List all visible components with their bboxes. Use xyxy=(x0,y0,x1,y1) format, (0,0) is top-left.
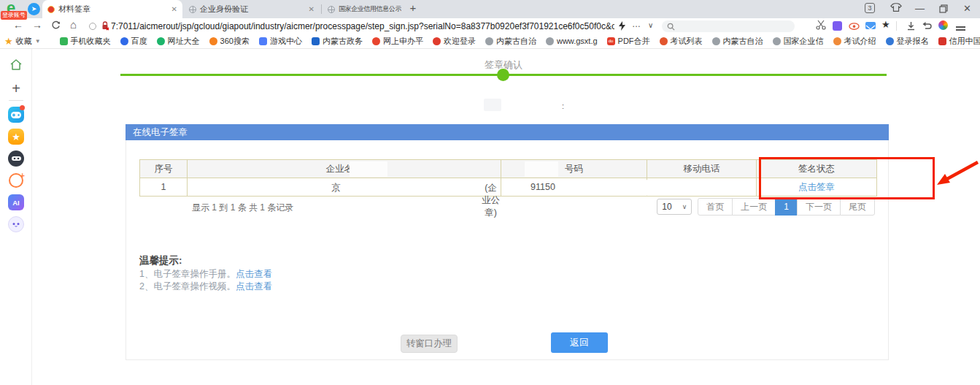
lightning-icon[interactable] xyxy=(619,21,625,33)
pager-last[interactable]: 尾页 xyxy=(840,198,875,216)
sidebar-divider xyxy=(9,100,23,101)
new-tab-button[interactable]: + xyxy=(406,1,420,14)
bookmark-item[interactable]: 360搜索 xyxy=(209,36,250,47)
back-button[interactable]: 返回 xyxy=(551,332,608,353)
tips-title: 温馨提示: xyxy=(139,254,182,267)
bookmark-item[interactable]: 百度 xyxy=(120,36,147,47)
bookmark-item[interactable]: 内蒙古政务 xyxy=(312,36,363,47)
insecure-lock-icon[interactable] xyxy=(101,21,109,33)
transfer-window-button[interactable]: 转窗口办理 xyxy=(401,335,458,353)
back-nav-icon[interactable]: ← xyxy=(13,19,23,31)
tab-separator xyxy=(321,4,322,14)
sidebar-assistant-icon[interactable] xyxy=(7,216,25,233)
favorites-star-icon[interactable]: ★ xyxy=(881,19,890,30)
close-window-button[interactable]: ✕ xyxy=(963,3,971,14)
download-icon[interactable] xyxy=(906,20,916,34)
bookmark-item[interactable]: 游戏中心 xyxy=(259,36,302,47)
favorites-menu[interactable]: ★ 收藏 ▼ xyxy=(4,36,41,47)
annotation-arrow xyxy=(931,153,980,190)
bookmark-item[interactable]: 内蒙古自治 xyxy=(712,36,763,47)
col-mobile: 移动电话 xyxy=(647,160,757,178)
sidebar-home-icon[interactable] xyxy=(7,56,25,73)
sidebar-game-icon[interactable] xyxy=(7,106,25,123)
eye-protect-icon[interactable] xyxy=(849,20,860,34)
view-video-link[interactable]: 点击查看 xyxy=(236,281,272,291)
search-input[interactable] xyxy=(662,20,795,32)
apps-rainbow-icon[interactable] xyxy=(938,20,948,30)
url-bar[interactable]: 7:7011/aicmerout/jsp/gcloud/giapout/indu… xyxy=(111,21,614,31)
login-account-badge: 登录账号 xyxy=(1,11,27,20)
bookmark-item[interactable]: 手机收藏夹 xyxy=(60,36,111,47)
sidebar-chatbot-icon[interactable] xyxy=(7,150,25,167)
tab-gsxt[interactable]: 国家企业信用信息公示系统 ✕ xyxy=(323,0,401,18)
bookmark-item[interactable]: 网址大全 xyxy=(157,36,200,47)
pager-buttons: 首页 上一页 1 下一页 尾页 xyxy=(698,198,875,216)
minimize-button[interactable]: — xyxy=(915,3,925,14)
redaction-patch xyxy=(561,180,647,196)
view-manual-link[interactable]: 点击查看 xyxy=(236,269,272,279)
redaction-patch xyxy=(525,161,558,177)
theme-shirt-icon[interactable] xyxy=(890,2,902,15)
tab-material-sign[interactable]: 材料签章 ✕ xyxy=(42,0,182,18)
intro-favicon xyxy=(833,37,841,45)
page-size-select[interactable]: 10 ∨ xyxy=(657,199,692,215)
globe-favicon xyxy=(773,37,781,45)
tip-manual: 1、电子签章操作手册。点击查看 xyxy=(139,268,272,281)
more-menu-icon[interactable]: … xyxy=(632,19,641,29)
undo-icon[interactable] xyxy=(922,20,932,34)
pager-prev[interactable]: 上一页 xyxy=(732,198,776,216)
step-progress-dot xyxy=(497,69,509,81)
globe-icon xyxy=(328,6,335,13)
bookmark-item[interactable]: 国家企业信 xyxy=(773,36,824,47)
messenger-icon[interactable]: ➤ xyxy=(28,3,40,15)
seal-icon xyxy=(47,6,55,13)
mail-icon[interactable] xyxy=(865,22,876,29)
reload-icon[interactable] xyxy=(51,20,61,32)
dropdown-chevron-icon[interactable]: ∨ xyxy=(648,21,653,29)
tab-close-icon[interactable]: ✕ xyxy=(309,5,315,13)
bookmark-item[interactable]: 欢迎登录 xyxy=(433,36,476,47)
screenshot-scissors-icon[interactable] xyxy=(816,20,826,33)
bookmark-item[interactable]: doPDF合并 xyxy=(607,36,650,47)
phone-favicon xyxy=(60,37,68,45)
pdf-favicon: do xyxy=(607,37,615,45)
pager-page-1[interactable]: 1 xyxy=(775,198,798,216)
cell-mobile xyxy=(647,178,757,197)
nav-favicon xyxy=(157,37,165,45)
bookmark-item[interactable]: 内蒙古自治 xyxy=(485,36,536,47)
globe-icon xyxy=(189,6,196,13)
forward-nav-icon[interactable]: → xyxy=(32,19,42,31)
bookmarks-bar: ★ 收藏 ▼ 手机收藏夹 百度 网址大全 360搜索 游戏中心 内蒙古政务 网上… xyxy=(0,34,980,49)
restore-button[interactable] xyxy=(939,4,948,15)
bookmark-item[interactable]: www.gsxt.g xyxy=(546,37,598,45)
globe-favicon xyxy=(546,37,554,45)
site-info-icon[interactable] xyxy=(89,23,96,30)
sidebar-ai-create-icon[interactable]: + xyxy=(7,172,25,189)
tab-label: 企业身份验证 xyxy=(200,4,248,15)
sidebar-ai-icon[interactable]: AI xyxy=(7,194,25,211)
favorites-label: 收藏 xyxy=(16,36,32,47)
tab-close-icon[interactable]: ✕ xyxy=(171,5,177,13)
bookmark-item[interactable]: 考试介绍 xyxy=(833,36,876,47)
credit-china-favicon xyxy=(938,37,946,45)
apply-favicon xyxy=(372,37,380,45)
col-company: 企业名称 xyxy=(188,160,501,178)
browser-sidebar: + ★ + AI xyxy=(0,49,32,385)
bookmark-item[interactable]: 网上申办平 xyxy=(372,36,423,47)
sidebar-add-icon[interactable]: + xyxy=(7,80,25,97)
pager-next[interactable]: 下一页 xyxy=(797,198,841,216)
exam-favicon xyxy=(660,37,668,45)
bookmark-item[interactable]: 信用中国 xyxy=(938,36,980,47)
home-icon[interactable]: ⌂ xyxy=(70,18,77,31)
baidu-favicon xyxy=(120,37,128,45)
bookmark-item[interactable]: 登录报名 xyxy=(886,36,929,47)
extension-icon[interactable] xyxy=(833,21,842,31)
browser-window: e ➤ 登录账号 材料签章 ✕ 企业身份验证 ✕ 国家企业信用信息公示系统 ✕ … xyxy=(0,0,980,385)
annotation-rectangle xyxy=(759,157,935,199)
pager-first[interactable]: 首页 xyxy=(698,198,733,216)
tab-identity-verify[interactable]: 企业身份验证 ✕ xyxy=(184,0,320,18)
bookmark-item[interactable]: 考试列表 xyxy=(660,36,703,47)
sidebar-favorites-icon[interactable]: ★ xyxy=(7,128,25,145)
tab-count-badge[interactable]: 3 xyxy=(865,3,875,13)
col-license: 号码 xyxy=(501,160,647,178)
